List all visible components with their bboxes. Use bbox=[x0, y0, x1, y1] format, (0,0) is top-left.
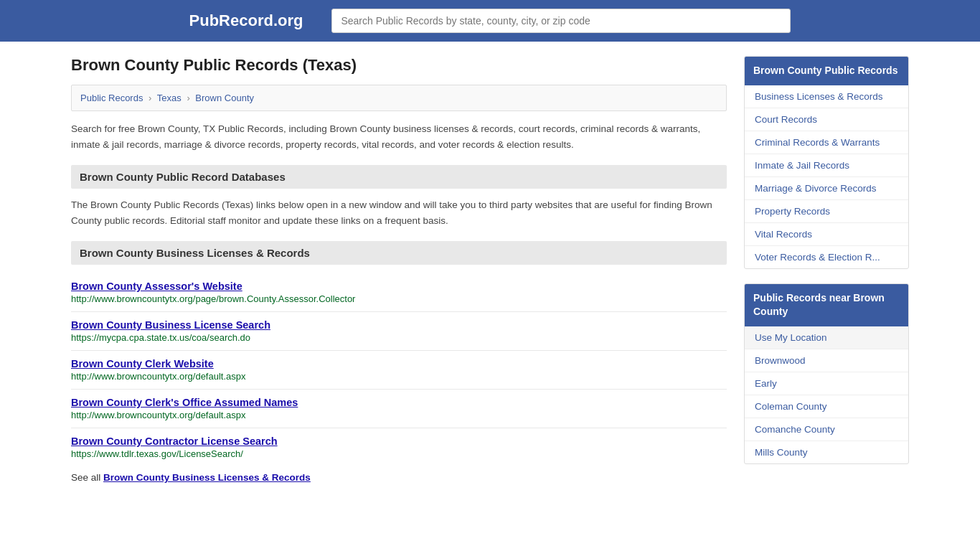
breadcrumb-sep-1: › bbox=[149, 93, 151, 103]
link-anchor-1[interactable]: https://mycpa.cpa.state.tx.us/coa/search… bbox=[71, 332, 250, 343]
link-item-1: Brown County Business License Search htt… bbox=[71, 312, 727, 351]
sidebar-pr-item-6[interactable]: Vital Records bbox=[745, 223, 908, 246]
link-anchor-3[interactable]: http://www.browncountytx.org/default.asp… bbox=[71, 410, 246, 420]
main-wrapper: Brown County Public Records (Texas) Publ… bbox=[60, 42, 920, 497]
link-title-3[interactable]: Brown County Clerk's Office Assumed Name… bbox=[71, 397, 727, 408]
page-description: Search for free Brown County, TX Public … bbox=[71, 121, 727, 152]
link-url-4: https://www.tdlr.texas.gov/LicenseSearch… bbox=[71, 448, 727, 459]
link-anchor-2[interactable]: http://www.browncountytx.org/default.asp… bbox=[71, 371, 246, 382]
business-links-list: Brown County Assessor's Website http://w… bbox=[71, 273, 727, 466]
databases-section-header: Brown County Public Record Databases bbox=[71, 165, 727, 189]
sidebar-pr-item-1[interactable]: Court Records bbox=[745, 108, 908, 131]
sidebar-nearby-item-0[interactable]: Brownwood bbox=[745, 349, 908, 372]
link-anchor-0[interactable]: http://www.browncountytx.org/page/brown.… bbox=[71, 293, 355, 304]
sidebar-nearby-item-1[interactable]: Early bbox=[745, 372, 908, 395]
breadcrumb-brown-county[interactable]: Brown County bbox=[195, 93, 254, 103]
business-section-header: Brown County Business Licenses & Records bbox=[71, 241, 727, 265]
breadcrumb-public-records[interactable]: Public Records bbox=[80, 93, 143, 103]
sidebar-nearby-item-4[interactable]: Mills County bbox=[745, 441, 908, 463]
sidebar-nearby-header: Public Records near Brown County bbox=[745, 284, 908, 326]
sidebar-pr-item-0[interactable]: Business Licenses & Records bbox=[745, 85, 908, 108]
link-title-1[interactable]: Brown County Business License Search bbox=[71, 319, 727, 331]
site-logo: PubRecord.org bbox=[189, 11, 303, 30]
link-title-0[interactable]: Brown County Assessor's Website bbox=[71, 281, 727, 292]
link-url-2: http://www.browncountytx.org/default.asp… bbox=[71, 371, 727, 382]
link-title-4[interactable]: Brown County Contractor License Search bbox=[71, 435, 727, 447]
link-item-4: Brown County Contractor License Search h… bbox=[71, 428, 727, 466]
link-item-2: Brown County Clerk Website http://www.br… bbox=[71, 351, 727, 390]
breadcrumb-texas[interactable]: Texas bbox=[157, 93, 182, 103]
breadcrumb: Public Records › Texas › Brown County bbox=[71, 85, 727, 111]
link-url-1: https://mycpa.cpa.state.tx.us/coa/search… bbox=[71, 332, 727, 343]
sidebar-public-records-items: Business Licenses & RecordsCourt Records… bbox=[745, 85, 908, 268]
sidebar-nearby-items: BrownwoodEarlyColeman CountyComanche Cou… bbox=[745, 349, 908, 463]
header: PubRecord.org bbox=[0, 0, 980, 42]
link-anchor-4[interactable]: https://www.tdlr.texas.gov/LicenseSearch… bbox=[71, 448, 243, 459]
link-url-3: http://www.browncountytx.org/default.asp… bbox=[71, 410, 727, 420]
databases-section-text: The Brown County Public Records (Texas) … bbox=[71, 197, 727, 228]
see-all-link[interactable]: Brown County Business Licenses & Records bbox=[103, 472, 311, 483]
sidebar-pr-item-2[interactable]: Criminal Records & Warrants bbox=[745, 131, 908, 154]
sidebar-pr-item-4[interactable]: Marriage & Divorce Records bbox=[745, 177, 908, 200]
see-all-text: See all Brown County Business Licenses &… bbox=[71, 472, 727, 483]
sidebar-public-records-box: Brown County Public Records Business Lic… bbox=[744, 56, 909, 269]
page-title: Brown County Public Records (Texas) bbox=[71, 56, 727, 75]
sidebar-nearby-item-2[interactable]: Coleman County bbox=[745, 395, 908, 418]
use-my-location[interactable]: Use My Location bbox=[745, 326, 908, 349]
sidebar-nearby-item-3[interactable]: Comanche County bbox=[745, 418, 908, 441]
sidebar-nearby-box: Public Records near Brown County Use My … bbox=[744, 283, 909, 464]
sidebar-public-records-header: Brown County Public Records bbox=[745, 57, 908, 85]
sidebar-pr-item-5[interactable]: Property Records bbox=[745, 200, 908, 223]
link-item-3: Brown County Clerk's Office Assumed Name… bbox=[71, 390, 727, 428]
content-area: Brown County Public Records (Texas) Publ… bbox=[71, 56, 727, 483]
link-url-0: http://www.browncountytx.org/page/brown.… bbox=[71, 293, 727, 304]
sidebar-pr-item-7[interactable]: Voter Records & Election R... bbox=[745, 246, 908, 268]
sidebar: Brown County Public Records Business Lic… bbox=[744, 56, 909, 483]
sidebar-pr-item-3[interactable]: Inmate & Jail Records bbox=[745, 154, 908, 177]
link-item-0: Brown County Assessor's Website http://w… bbox=[71, 273, 727, 312]
link-title-2[interactable]: Brown County Clerk Website bbox=[71, 358, 727, 369]
search-input[interactable] bbox=[331, 9, 791, 33]
breadcrumb-sep-2: › bbox=[187, 93, 189, 103]
